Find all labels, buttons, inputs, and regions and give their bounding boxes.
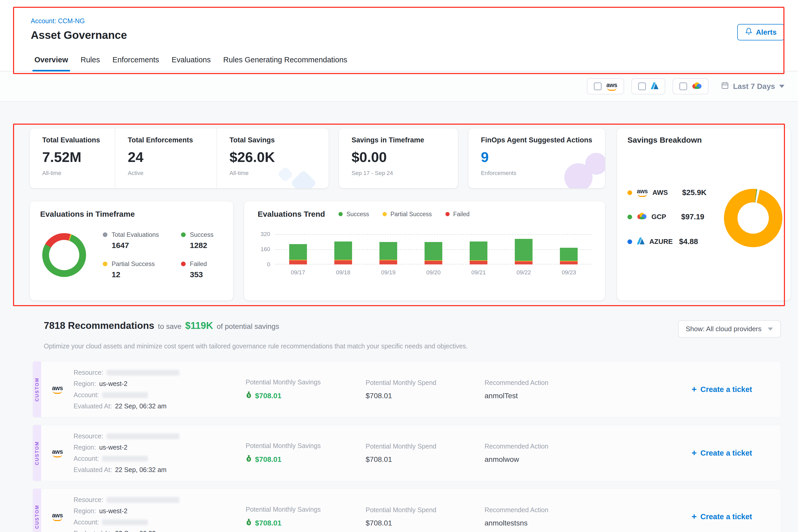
plus-icon — [691, 512, 697, 521]
moneybag-icon: $ — [246, 518, 252, 528]
select-label: Show: All cloud providers — [686, 325, 761, 333]
legend-dot — [103, 262, 108, 266]
evaluations-legend: Total Evaluations 1647 Success 1282 Part… — [103, 231, 244, 279]
x-tick-label: 09/19 — [381, 269, 395, 276]
account-breadcrumb[interactable]: Account: CCM-NG — [31, 17, 85, 24]
heading-text: of potential savings — [217, 322, 279, 331]
stat-subtitle: All-time — [42, 170, 115, 176]
stat-title: Savings in Timeframe — [352, 136, 458, 144]
card-title: Evaluations Trend — [258, 210, 325, 218]
chevron-down-icon — [768, 327, 773, 331]
trend-y-axis: 320 160 0 — [258, 234, 276, 264]
legend-item: Failed 353 — [181, 260, 244, 279]
provider-filter-aws[interactable]: aws — [587, 78, 624, 94]
provider-name: AZURE — [649, 238, 674, 246]
account-label: Account: — [74, 518, 99, 526]
trend-bar — [289, 244, 307, 264]
provider-filter-gcp[interactable] — [672, 78, 708, 94]
tab-evaluations[interactable]: Evaluations — [172, 51, 211, 71]
tab-overview[interactable]: Overview — [34, 51, 68, 71]
bar-segment-success — [334, 242, 352, 260]
savings-label: Potential Monthly Savings — [246, 378, 366, 386]
stat-subtitle: Sep 17 - Sep 24 — [352, 170, 458, 176]
bar-segment-success — [379, 242, 397, 260]
gcp-checkbox[interactable] — [679, 82, 687, 90]
trend-bars — [276, 234, 591, 264]
tab-bar: Overview Rules Enforcements Evaluations … — [0, 51, 798, 72]
stat-subtitle: Active — [128, 170, 216, 176]
spend-label: Potential Monthly Spend — [366, 379, 484, 386]
date-range-picker[interactable]: Last 7 Days — [721, 82, 784, 91]
cloud-provider-select[interactable]: Show: All cloud providers — [678, 320, 781, 338]
legend-value: 1647 — [112, 241, 181, 250]
custom-tag: CUSTOM — [33, 361, 41, 417]
region-label: Region: — [74, 507, 96, 515]
legend-dot — [627, 215, 632, 219]
alerts-button[interactable]: Alerts — [737, 24, 784, 40]
svg-text:$: $ — [248, 394, 250, 397]
date-range-label: Last 7 Days — [733, 82, 775, 91]
redacted-account-value — [102, 519, 148, 525]
savings-label: Potential Monthly Savings — [246, 442, 366, 450]
evaluations-trend-card: Evaluations Trend Success Partial Succes… — [244, 201, 605, 300]
evaluated-label: Evaluated At: — [74, 466, 112, 474]
create-ticket-button[interactable]: Create a ticket — [641, 512, 752, 521]
y-tick-label: 0 — [267, 261, 270, 268]
tab-rules-generating-recommendations[interactable]: Rules Generating Recommendations — [223, 51, 347, 71]
stat-title: FinOps Agent Suggested Actions — [481, 136, 605, 144]
provider-savings: $25.9K — [682, 188, 707, 197]
aws-checkbox[interactable] — [594, 82, 602, 90]
trend-bar — [515, 239, 533, 264]
savings-donut — [724, 189, 782, 247]
aws-icon: aws — [606, 82, 617, 91]
bar-segment-success — [424, 242, 442, 260]
asset-governance-page: Account: CCM-NG Asset Governance Alerts … — [0, 0, 798, 532]
savings-breakdown-card: Savings Breakdown aws AWS $25.9K GCP $97… — [617, 128, 791, 300]
x-tick-label: 09/23 — [562, 269, 576, 276]
calendar-icon — [721, 82, 729, 91]
azure-checkbox[interactable] — [638, 82, 646, 90]
moneybag-icon: $ — [246, 391, 252, 400]
resource-details: Resource: Region:us-west-2 Account: Eval… — [74, 432, 246, 474]
x-tick-label: 09/18 — [336, 269, 350, 276]
custom-tag-label: CUSTOM — [34, 505, 40, 529]
custom-tag-label: CUSTOM — [34, 377, 40, 401]
legend-item: Partial Success — [383, 211, 432, 218]
legend-item: Success 1282 — [181, 231, 244, 250]
spend-value: $708.01 — [366, 519, 484, 527]
svg-text:$: $ — [248, 521, 250, 525]
custom-tag: CUSTOM — [33, 425, 41, 481]
evaluated-value: 22 Sep, 06:32 am — [115, 530, 166, 532]
action-value: anmolTest — [484, 392, 641, 400]
stat-value: $26.0K — [229, 149, 328, 165]
x-tick-label: 09/21 — [472, 269, 486, 276]
evaluations-timeframe-card: Evaluations in Timeframe Total Evaluatio… — [30, 201, 233, 300]
legend-dot — [445, 212, 450, 216]
tab-enforcements[interactable]: Enforcements — [112, 51, 159, 71]
legend-dot — [627, 190, 632, 195]
savings-value: $708.01 — [255, 519, 281, 527]
recommendations-heading: 7818 Recommendations to save $119K of po… — [44, 320, 279, 331]
legend-label: Partial Success — [391, 211, 432, 218]
custom-tag-label: CUSTOM — [34, 441, 40, 465]
create-ticket-button[interactable]: Create a ticket — [641, 385, 752, 394]
bar-segment-success — [470, 242, 488, 260]
legend-dot — [339, 212, 343, 216]
action-label: Recommended Action — [484, 379, 641, 386]
bar-segment-failed — [424, 261, 442, 264]
trend-bar — [470, 242, 488, 264]
tab-rules[interactable]: Rules — [81, 51, 100, 71]
x-tick-label: 09/20 — [426, 269, 440, 276]
provider-filter-azure[interactable] — [631, 78, 665, 94]
redacted-account-value — [102, 456, 148, 461]
legend-label: Success — [190, 231, 214, 239]
region-value: us-west-2 — [99, 380, 127, 387]
recommendation-row: CUSTOM aws Resource: Region:us-west-2 Ac… — [33, 489, 781, 532]
evaluated-value: 22 Sep, 06:32 am — [115, 402, 166, 410]
action-value: anmoltestsns — [484, 519, 641, 527]
create-ticket-button[interactable]: Create a ticket — [641, 448, 752, 458]
recommendation-row: CUSTOM aws Resource: Region:us-west-2 Ac… — [33, 425, 781, 481]
stat-total-savings: Total Savings $26.0K All-time — [216, 128, 328, 188]
legend-dot — [383, 212, 387, 216]
trend-legend: Success Partial Success Failed — [339, 211, 470, 218]
